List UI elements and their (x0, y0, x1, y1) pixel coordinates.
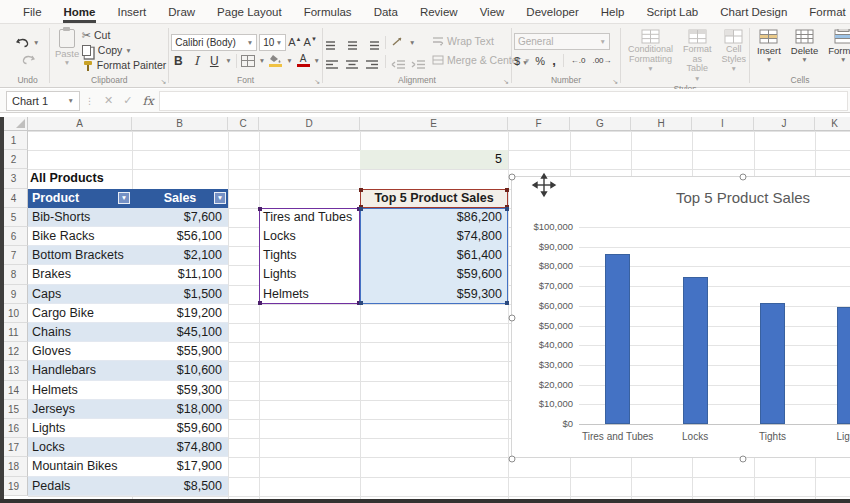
font-dialog-launcher[interactable]: ↘ (314, 78, 320, 86)
column-header-J[interactable]: J (754, 117, 815, 131)
row-header-3[interactable]: 3 (0, 169, 28, 188)
confirm-entry-icon[interactable]: ✓ (118, 94, 137, 107)
range-handle[interactable] (505, 301, 509, 305)
tab-draw[interactable]: Draw (157, 0, 206, 24)
number-format-combo[interactable]: General ▼ (514, 33, 610, 50)
chart-selection-handle[interactable] (509, 456, 516, 463)
chart-bar-tires-and-tubes[interactable] (605, 254, 630, 424)
tab-file[interactable]: File (12, 0, 53, 24)
row-header-17[interactable]: 17 (0, 438, 28, 457)
alignment-dialog-launcher[interactable]: ↘ (503, 78, 509, 86)
range-handle[interactable] (359, 188, 363, 192)
font-color-button[interactable]: A (297, 54, 310, 67)
chart-bar-tights[interactable] (760, 303, 785, 424)
align-center-button[interactable] (345, 56, 360, 67)
products-table-row[interactable]: Pedals$8,500 (28, 477, 228, 496)
sales-filter-button[interactable]: ▼ (214, 192, 226, 204)
row-header-14[interactable]: 14 (0, 381, 28, 400)
redo-button[interactable] (21, 52, 35, 67)
chart-selection-handle[interactable] (509, 174, 516, 181)
top5-categories-range[interactable]: Tires and TubesLocksTightsLightsHelmets (259, 208, 360, 304)
increase-decimal-button[interactable]: ←.0 (571, 56, 586, 65)
row-header-4[interactable]: 4 (0, 189, 28, 208)
products-table-row[interactable]: Helmets$59,300 (28, 381, 228, 400)
row-header-12[interactable]: 12 (0, 342, 28, 361)
cut-button[interactable]: ✂ Cut (82, 28, 166, 43)
row-header-19[interactable]: 19 (0, 477, 28, 496)
orientation-button[interactable] (391, 33, 404, 51)
row-header-1[interactable]: 1 (0, 131, 28, 150)
products-table-row[interactable]: Handlebars$10,600 (28, 361, 228, 380)
products-header-product[interactable]: Product▼ (28, 189, 132, 208)
column-header-I[interactable]: I (692, 117, 754, 131)
tab-format[interactable]: Format (798, 0, 850, 24)
decrease-decimal-button[interactable]: .00→ (592, 56, 611, 65)
products-table-row[interactable]: Bottom Brackets$2,100 (28, 246, 228, 265)
range-handle[interactable] (258, 301, 262, 305)
tab-script-lab[interactable]: Script Lab (635, 0, 709, 24)
chart-title[interactable]: Top 5 Product Sales (512, 189, 850, 206)
row-header-6[interactable]: 6 (0, 227, 28, 246)
products-table-row[interactable]: Chains$45,100 (28, 323, 228, 342)
products-table-row[interactable]: Lights$59,600 (28, 419, 228, 438)
clipboard-dialog-launcher[interactable]: ↘ (160, 78, 166, 86)
row-header-13[interactable]: 13 (0, 361, 28, 380)
insert-function-icon[interactable]: fx (137, 94, 158, 108)
align-left-button[interactable] (325, 56, 340, 67)
align-middle-button[interactable] (345, 37, 360, 48)
tab-help[interactable]: Help (590, 0, 636, 24)
tab-formulas[interactable]: Formulas (293, 0, 363, 24)
row-header-9[interactable]: 9 (0, 285, 28, 304)
format-painter-button[interactable]: Format Painter (82, 58, 166, 73)
align-right-button[interactable] (365, 56, 380, 67)
row-header-15[interactable]: 15 (0, 400, 28, 419)
paste-button[interactable]: Paste ▼ (52, 27, 82, 74)
row-header-5[interactable]: 5 (0, 208, 28, 227)
chart-bar-locks[interactable] (683, 277, 708, 424)
underline-button[interactable]: U (207, 54, 221, 68)
tab-developer[interactable]: Developer (515, 0, 589, 24)
range-handle[interactable] (258, 207, 262, 211)
range-handle[interactable] (359, 301, 363, 305)
tab-insert[interactable]: Insert (106, 0, 157, 24)
column-header-F[interactable]: F (508, 117, 570, 131)
fill-color-button[interactable] (269, 54, 282, 67)
row-header-11[interactable]: 11 (0, 323, 28, 342)
column-header-E[interactable]: E (360, 117, 508, 131)
align-bottom-button[interactable] (365, 37, 380, 48)
column-header-D[interactable]: D (259, 117, 360, 131)
products-table-row[interactable]: Jerseys$18,000 (28, 400, 228, 419)
column-header-H[interactable]: H (631, 117, 692, 131)
decrease-font-size-button[interactable]: A▼ (304, 36, 317, 48)
column-header-G[interactable]: G (570, 117, 631, 131)
name-box[interactable]: Chart 1 ▼ (6, 91, 80, 111)
top5-values-range[interactable]: $86,200$74,800$61,400$59,600$59,300 (360, 208, 508, 304)
currency-format-button[interactable]: $ ▼ (514, 55, 528, 67)
column-header-K[interactable]: K (815, 117, 850, 131)
row-header-8[interactable]: 8 (0, 265, 28, 284)
products-table-row[interactable]: Mountain Bikes$17,900 (28, 457, 228, 476)
tab-data[interactable]: Data (363, 0, 409, 24)
copy-button[interactable]: Copy ▼ (82, 43, 166, 58)
products-table-row[interactable]: Gloves$55,900 (28, 342, 228, 361)
format-as-table-button[interactable]: Format asTable ▼ (678, 27, 717, 83)
select-all-corner[interactable] (0, 117, 28, 131)
borders-button[interactable] (241, 55, 255, 67)
increase-font-size-button[interactable]: A▲ (288, 36, 301, 48)
range-handle[interactable] (505, 207, 509, 211)
row-header-2[interactable]: 2 (0, 150, 28, 169)
column-header-A[interactable]: A (28, 117, 132, 131)
bold-button[interactable]: B (171, 54, 185, 68)
undo-button[interactable]: ▼ (16, 35, 39, 50)
italic-button[interactable]: I (189, 54, 203, 68)
font-name-combo[interactable]: Calibri (Body) ▼ (171, 34, 257, 51)
row-header-16[interactable]: 16 (0, 419, 28, 438)
formula-input[interactable] (159, 91, 848, 111)
align-top-button[interactable] (325, 37, 340, 48)
top5-title-cell[interactable]: Top 5 Product Sales (360, 189, 508, 208)
cancel-entry-icon[interactable]: ✕ (99, 94, 118, 107)
conditional-formatting-button[interactable]: ConditionalFormatting ▼ (623, 27, 678, 83)
tab-view[interactable]: View (469, 0, 516, 24)
number-dialog-launcher[interactable]: ↘ (612, 78, 618, 86)
row-header-10[interactable]: 10 (0, 304, 28, 323)
